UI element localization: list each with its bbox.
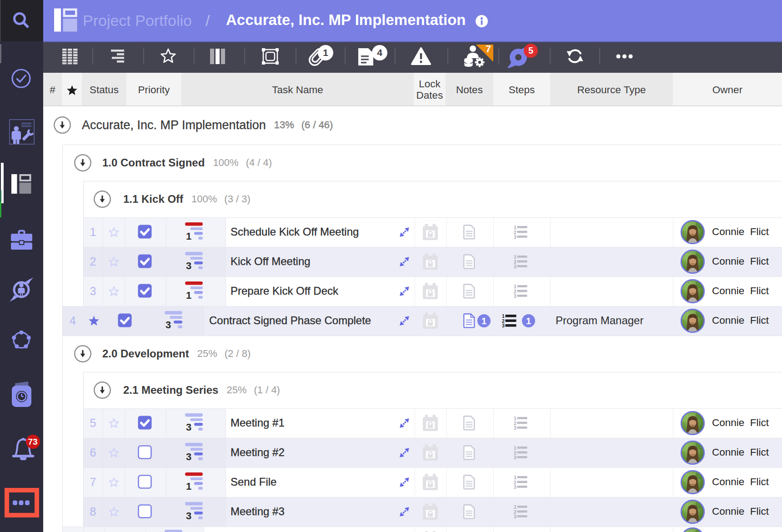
svg-text:3: 3 [514, 514, 516, 518]
svg-text:3: 3 [514, 455, 516, 459]
svg-text:3: 3 [186, 451, 191, 462]
svg-text:1: 1 [526, 316, 531, 326]
svg-text:7: 7 [486, 45, 491, 55]
svg-text:3: 3 [514, 425, 516, 430]
svg-text:3: 3 [514, 264, 516, 268]
svg-text:3: 3 [186, 510, 191, 521]
svg-text:3: 3 [502, 323, 505, 327]
svg-text:3: 3 [186, 422, 191, 432]
svg-text:3: 3 [514, 484, 516, 489]
svg-text:3: 3 [186, 260, 191, 271]
svg-text:1: 1 [186, 290, 191, 300]
svg-text:3: 3 [514, 234, 516, 239]
svg-text:1: 1 [186, 481, 191, 491]
svg-text:3: 3 [165, 319, 171, 330]
svg-text:1: 1 [186, 231, 191, 241]
svg-text:3: 3 [514, 293, 516, 298]
svg-text:1: 1 [481, 316, 486, 326]
